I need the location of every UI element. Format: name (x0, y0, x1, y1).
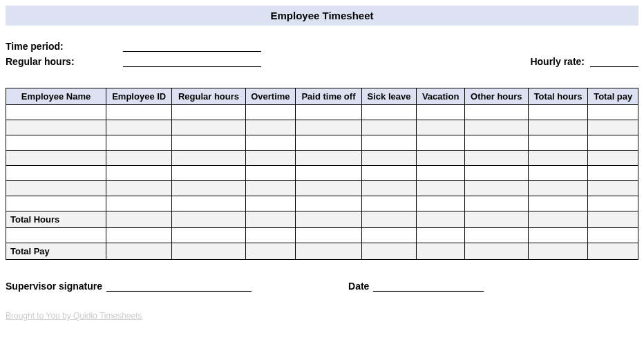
total-hours-row: Total Hours (6, 211, 638, 228)
table-row[interactable] (6, 196, 638, 211)
timesheet-table: Employee Name Employee ID Regular hours … (6, 88, 638, 260)
col-sick-leave: Sick leave (361, 88, 417, 105)
table-row[interactable] (6, 181, 638, 196)
time-period-label: Time period: (6, 41, 123, 52)
col-employee-name: Employee Name (6, 88, 106, 105)
regular-hours-label: Regular hours: (6, 56, 123, 67)
col-vacation: Vacation (417, 88, 465, 105)
col-overtime: Overtime (245, 88, 296, 105)
col-total-pay: Total pay (588, 88, 638, 105)
date-input[interactable] (373, 279, 484, 292)
col-total-hours: Total hours (528, 88, 588, 105)
col-paid-time-off: Paid time off (296, 88, 361, 105)
date-label: Date (348, 281, 373, 292)
col-employee-id: Employee ID (106, 88, 172, 105)
col-other-hours: Other hours (464, 88, 528, 105)
table-row[interactable] (6, 151, 638, 166)
table-row[interactable] (6, 228, 638, 243)
page-title: Employee Timesheet (6, 6, 638, 26)
table-row[interactable] (6, 135, 638, 151)
table-row[interactable] (6, 166, 638, 181)
table-row[interactable] (6, 105, 638, 120)
total-pay-row: Total Pay (6, 243, 638, 260)
supervisor-signature-input[interactable] (106, 279, 252, 292)
table-row[interactable] (6, 120, 638, 135)
regular-hours-input[interactable] (123, 55, 261, 67)
time-period-input[interactable] (123, 39, 261, 52)
footer-link[interactable]: Brought to You by Quidlo Timesheets (6, 311, 142, 321)
hourly-rate-label: Hourly rate: (530, 56, 590, 67)
hourly-rate-input[interactable] (590, 55, 638, 67)
col-regular-hours: Regular hours (172, 88, 245, 105)
supervisor-signature-label: Supervisor signature (6, 281, 106, 292)
